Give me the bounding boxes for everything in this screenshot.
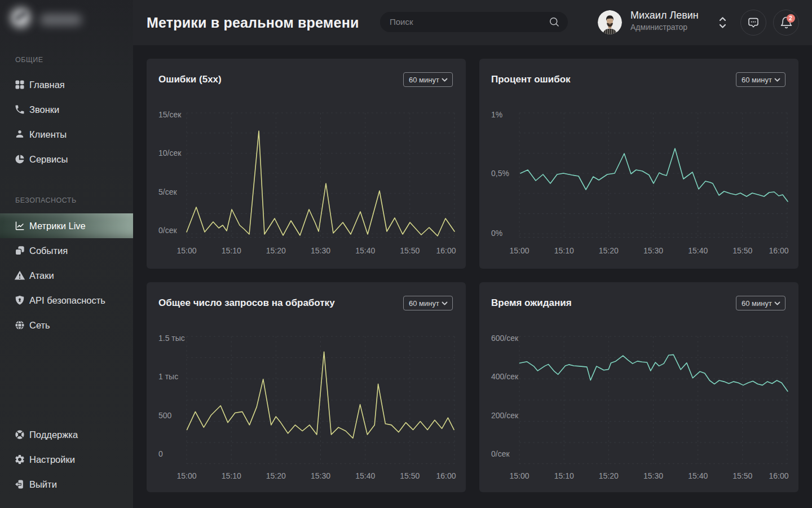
svg-text:15:20: 15:20 [266,246,286,255]
svg-text:15:20: 15:20 [599,246,619,255]
svg-text:15:50: 15:50 [732,471,752,480]
svg-text:15:30: 15:30 [311,246,330,255]
svg-text:5/сек: 5/сек [158,187,177,196]
svg-text:15:00: 15:00 [509,471,529,480]
svg-text:15:00: 15:00 [176,246,196,255]
svg-text:15:00: 15:00 [176,471,196,480]
svg-text:15:40: 15:40 [355,471,375,480]
svg-text:15:10: 15:10 [554,246,574,255]
svg-text:0/сек: 0/сек [158,226,177,235]
svg-text:16:00: 16:00 [436,471,456,480]
svg-text:15:40: 15:40 [688,471,708,480]
svg-text:600/сек: 600/сек [491,334,519,343]
svg-text:15:30: 15:30 [643,471,663,480]
svg-text:10/сек: 10/сек [158,148,182,157]
svg-text:15:10: 15:10 [222,246,241,255]
svg-text:0/сек: 0/сек [491,449,510,458]
svg-text:1%: 1% [491,110,502,119]
svg-text:200/сек: 200/сек [491,411,519,420]
svg-text:500: 500 [158,411,172,420]
svg-text:1.5 тыс: 1.5 тыс [158,334,185,343]
svg-text:15/сек: 15/сек [158,110,182,119]
svg-text:15:40: 15:40 [688,246,708,255]
svg-text:15:20: 15:20 [266,471,286,480]
svg-text:0%: 0% [491,229,502,238]
svg-text:15:50: 15:50 [400,246,420,255]
svg-text:15:00: 15:00 [509,246,529,255]
svg-text:0,5%: 0,5% [491,169,509,178]
svg-text:16:00: 16:00 [769,246,788,255]
svg-text:1 тыс: 1 тыс [158,372,178,381]
svg-text:15:40: 15:40 [355,246,375,255]
svg-text:16:00: 16:00 [769,471,788,480]
svg-text:15:10: 15:10 [222,471,241,480]
svg-text:400/сек: 400/сек [491,372,519,381]
svg-text:16:00: 16:00 [436,246,456,255]
svg-text:15:30: 15:30 [311,471,330,480]
svg-text:0: 0 [158,449,163,458]
svg-text:15:50: 15:50 [732,246,752,255]
svg-text:15:20: 15:20 [599,471,619,480]
svg-text:15:30: 15:30 [643,246,663,255]
svg-text:15:10: 15:10 [554,471,574,480]
svg-text:15:50: 15:50 [400,471,420,480]
